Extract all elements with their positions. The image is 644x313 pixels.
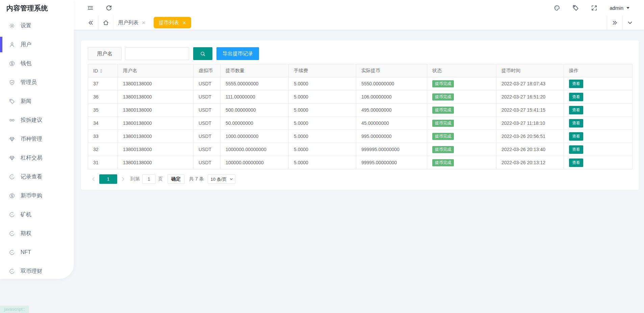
page-unit-label: 页 [158, 176, 163, 182]
sidebar-item-news[interactable]: 新闻 [0, 94, 74, 108]
cell-status: 提币完成 [427, 90, 496, 104]
diamond-icon [9, 136, 15, 142]
view-button[interactable]: 查看 [569, 106, 583, 114]
sort-icon[interactable] [100, 69, 103, 73]
sidebar-item-coin-manage[interactable]: 币种管理 [0, 132, 74, 146]
tab-withdraw-list[interactable]: 提币列表 [154, 17, 191, 28]
username-filter-label: 用户名 [88, 47, 122, 60]
next-page-button[interactable] [120, 176, 126, 182]
status-badge: 提币完成 [432, 146, 454, 153]
current-page[interactable]: 1 [99, 174, 117, 184]
cell-fee: 5.0000 [289, 77, 356, 90]
column-header-label: ID [93, 68, 98, 74]
cell-username: 13800138000 [118, 117, 194, 130]
view-button[interactable]: 查看 [569, 145, 583, 154]
column-header-status: 状态 [427, 64, 496, 77]
sidebar-item-label: 币种管理 [21, 136, 42, 143]
fullscreen-icon[interactable] [591, 5, 597, 11]
palette-icon[interactable] [554, 5, 560, 11]
total-count-label: 共 7 条 [189, 176, 204, 182]
sidebar-item-margin-trade[interactable]: 杠杆交易 [0, 151, 74, 165]
pagination: 1 到第 页 确定 共 7 条 10 条/页 [88, 174, 632, 184]
cell-amount: 1000.00000000 [221, 130, 289, 143]
cell-amount: 1000000.00000000 [221, 143, 289, 156]
cell-actual: 106.00000000 [356, 90, 427, 104]
cell-status: 提币完成 [427, 117, 496, 130]
column-header-label: 状态 [432, 68, 442, 73]
goto-page-input[interactable] [142, 174, 156, 184]
tabs-scroll-left-button[interactable] [83, 16, 98, 30]
column-header-username: 用户名 [118, 64, 194, 77]
view-button[interactable]: 查看 [569, 80, 583, 88]
sidebar-item-admins[interactable]: 管理员 [0, 76, 74, 89]
sidebar-item-feedback[interactable]: 投拆建议 [0, 113, 74, 127]
cell-status: 提币完成 [427, 130, 496, 143]
sidebar-item-options[interactable]: 期权 [0, 227, 74, 240]
sidebar-item-label: 双币理财 [21, 268, 42, 275]
sidebar: 内容管理系统 设置用户钱包管理员新闻投拆建议币种管理杠杆交易记录查看新币申购矿机… [0, 0, 74, 279]
status-badge: 提币完成 [432, 107, 454, 114]
tab-user-list[interactable]: 用户列表 [113, 16, 150, 30]
search-button[interactable] [193, 47, 212, 60]
cell-actual: 995.00000000 [356, 130, 427, 143]
column-header-time: 提币时间 [496, 64, 564, 77]
cell-actual: 5550.00000000 [356, 77, 427, 90]
cell-coin: USDT [194, 117, 221, 130]
table-header-row: ID用户名虚拟币提币数量手续费实际提币状态提币时间操作 [88, 64, 633, 77]
view-button[interactable]: 查看 [569, 159, 583, 167]
double-chevron-right-icon [612, 20, 618, 26]
prev-page-button[interactable] [91, 176, 96, 182]
page-size-select[interactable]: 10 条/页 [208, 174, 235, 184]
sidebar-item-nft[interactable]: NFT [0, 246, 74, 259]
caret-down-icon [626, 6, 630, 10]
circle-dash-icon [9, 231, 15, 236]
dollar-circle-icon [9, 61, 15, 66]
sidebar-item-records[interactable]: 记录查看 [0, 170, 74, 183]
column-header-label: 用户名 [123, 68, 137, 73]
view-button[interactable]: 查看 [569, 119, 583, 127]
circle-dash-icon [9, 174, 15, 180]
cell-action: 查看 [564, 90, 633, 104]
table-row: 3613800138000USDT111.000000005.0000106.0… [88, 90, 633, 104]
topbar: admin [74, 0, 644, 16]
cell-actual: 45.00000000 [356, 117, 427, 130]
cell-status: 提币完成 [427, 143, 496, 156]
sidebar-item-label: NFT [21, 249, 31, 255]
view-button[interactable]: 查看 [569, 93, 583, 101]
sidebar-item-label: 记录查看 [21, 173, 42, 180]
view-button[interactable]: 查看 [569, 132, 583, 141]
refresh-icon[interactable] [106, 5, 112, 11]
export-withdraw-records-button[interactable]: 导出提币记录 [216, 47, 259, 60]
tabs-menu-button[interactable] [622, 16, 637, 30]
close-icon[interactable] [142, 21, 146, 25]
username-search-input[interactable] [125, 47, 189, 60]
cell-time: 2022-03-26 20:13:12 [496, 156, 564, 169]
user-dropdown[interactable]: admin [610, 5, 630, 11]
close-icon[interactable] [182, 21, 186, 25]
search-icon [200, 51, 206, 57]
tag-icon[interactable] [572, 5, 579, 11]
link-status-bubble: javascript:; [0, 306, 29, 313]
confirm-page-button[interactable]: 确定 [168, 174, 184, 184]
sidebar-item-wallet[interactable]: 钱包 [0, 57, 74, 70]
table-row: 3413800138000USDT50.000000005.000045.000… [88, 117, 633, 130]
tabs-scroll-right-button[interactable] [607, 16, 622, 30]
chevron-down-icon [627, 20, 633, 26]
cell-username: 13800138000 [118, 90, 194, 104]
cell-status: 提币完成 [427, 77, 496, 90]
menu-fold-icon[interactable] [87, 5, 94, 11]
sidebar-item-new-coin[interactable]: 新币申购 [0, 189, 74, 202]
tab-list: 用户列表提币列表 [113, 16, 191, 30]
column-header-actual: 实际提币 [356, 64, 427, 77]
cell-action: 查看 [564, 117, 633, 130]
sidebar-item-users[interactable]: 用户 [0, 38, 74, 51]
cell-fee: 5.0000 [289, 117, 356, 130]
column-header-id[interactable]: ID [88, 64, 118, 77]
home-tab-button[interactable] [98, 16, 113, 30]
status-badge: 提币完成 [432, 80, 454, 87]
sidebar-item-dual-invest[interactable]: 双币理财 [0, 264, 74, 278]
sidebar-item-miner[interactable]: 矿机 [0, 208, 74, 221]
sidebar-item-settings[interactable]: 设置 [0, 19, 74, 32]
cell-coin: USDT [194, 130, 221, 143]
cell-username: 13800138000 [118, 130, 194, 143]
